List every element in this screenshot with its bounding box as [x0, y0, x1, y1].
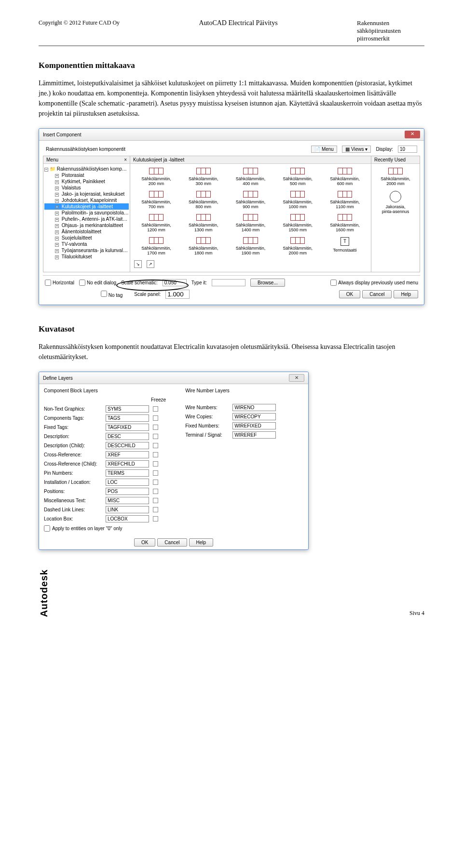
freeze-checkbox[interactable]: [153, 443, 158, 448]
cancel-button[interactable]: Cancel: [362, 290, 392, 298]
tree-item[interactable]: + Kulutuskojeet ja -laitteet: [44, 203, 129, 210]
component-item[interactable]: Sähkölämmitin,1300 mm: [181, 214, 226, 232]
component-item[interactable]: Sähkölämmitin,200 mm: [134, 168, 178, 186]
layer-input[interactable]: [106, 488, 149, 495]
freeze-checkbox[interactable]: [153, 425, 158, 430]
tree-item[interactable]: + Puhelin-, Antenni- ja ATK-laitteet: [44, 216, 129, 222]
component-item[interactable]: Sähkölämmitin,2000 mm: [275, 237, 320, 255]
tree-item[interactable]: + TV-valvonta: [44, 241, 129, 247]
layer-input[interactable]: [106, 460, 149, 467]
layer-input[interactable]: [106, 442, 149, 449]
layer-input[interactable]: [106, 424, 149, 431]
no-edit-dialog-checkbox[interactable]: No edit dialog: [79, 280, 116, 286]
help-button[interactable]: Help: [189, 538, 214, 547]
layer-input[interactable]: [106, 497, 149, 504]
layer-input[interactable]: [106, 479, 149, 486]
menu-button[interactable]: 📄Menu: [311, 146, 337, 153]
component-item[interactable]: Sähkölämmitin,300 mm: [181, 168, 226, 186]
component-item[interactable]: Sähkölämmitin,600 mm: [323, 168, 367, 186]
component-item[interactable]: Sähkölämmitin,1100 mm: [323, 191, 367, 209]
layer-input[interactable]: [232, 422, 276, 429]
page-header: Copyright © 2012 Future CAD Oy AutoCAD E…: [39, 19, 424, 46]
freeze-checkbox[interactable]: [153, 470, 158, 476]
freeze-checkbox[interactable]: [153, 406, 158, 412]
tree-item[interactable]: + Valaistus: [44, 185, 129, 191]
recent-item[interactable]: Jakorasia,pinta-asennus: [374, 191, 417, 214]
component-item[interactable]: TTermostaatti: [323, 237, 367, 255]
component-item[interactable]: Sähkölämmitin,1200 mm: [134, 214, 178, 232]
freeze-checkbox[interactable]: [153, 507, 158, 512]
define-layers-dialog: Define Layers ✕ Component Block Layers F…: [39, 372, 309, 550]
layer-input[interactable]: [232, 404, 276, 411]
layer-input[interactable]: [106, 414, 149, 422]
tree-item[interactable]: + Pistorasiat: [44, 172, 129, 178]
cancel-button[interactable]: Cancel: [157, 538, 187, 547]
wire-number-layers-head: Wire Number Layers: [185, 388, 276, 393]
layer-input[interactable]: [106, 515, 149, 522]
chevron-down-icon: ▾: [365, 147, 368, 152]
layer-input[interactable]: [232, 413, 276, 420]
tree-item[interactable]: + Äänentoistolaitteet: [44, 228, 129, 235]
layer-input[interactable]: [106, 405, 149, 413]
no-tag-checkbox[interactable]: No tag: [101, 291, 123, 298]
tree-item[interactable]: + Työajanseuranta- ja kulunvalvonta: [44, 247, 129, 254]
always-display-checkbox[interactable]: Always display previously used menu: [330, 280, 418, 286]
freeze-checkbox[interactable]: [153, 489, 158, 494]
close-icon[interactable]: ✕: [289, 374, 304, 382]
type-it-input[interactable]: [212, 279, 245, 286]
scale-panel-input[interactable]: [165, 290, 190, 299]
display-input[interactable]: [398, 146, 417, 153]
tree-item[interactable]: + Johdotukset, Kaapeloinnit: [44, 197, 129, 203]
close-icon[interactable]: ×: [124, 157, 127, 162]
dialog-title: Insert Component: [43, 132, 82, 137]
tree-item[interactable]: + Paloilmoitin- ja savunpoistolaitteet: [44, 210, 129, 216]
recent-item[interactable]: Sähkölämmitin,2000 mm: [374, 168, 417, 186]
layer-input[interactable]: [232, 431, 276, 439]
layer-row: Pin Numbers:: [44, 469, 166, 477]
layer-row: Location Box:: [44, 515, 166, 522]
freeze-checkbox[interactable]: [153, 434, 158, 439]
component-item[interactable]: Sähkölämmitin,900 mm: [229, 191, 273, 209]
component-item[interactable]: Sähkölämmitin,1400 mm: [229, 214, 273, 232]
freeze-checkbox[interactable]: [153, 415, 158, 421]
tree-item[interactable]: + Suojelulaitteet: [44, 235, 129, 241]
layer-input[interactable]: [106, 451, 149, 458]
ok-button[interactable]: OK: [339, 290, 360, 298]
freeze-label: Freeze: [44, 397, 166, 402]
component-item[interactable]: Sähkölämmitin,1800 mm: [181, 237, 226, 255]
freeze-checkbox[interactable]: [153, 480, 158, 485]
browse-button[interactable]: Browse...: [250, 279, 285, 287]
nav-icon[interactable]: ↗: [147, 260, 154, 268]
component-item[interactable]: Sähkölämmitin,1700 mm: [134, 237, 178, 255]
component-item[interactable]: Sähkölämmitin,800 mm: [181, 191, 226, 209]
component-item[interactable]: Sähkölämmitin,1500 mm: [275, 214, 320, 232]
ok-button[interactable]: OK: [134, 538, 155, 547]
horizontal-checkbox[interactable]: Horizontal: [45, 280, 74, 286]
component-item[interactable]: Sähkölämmitin,1900 mm: [229, 237, 273, 255]
tree-item[interactable]: + Kytkimet, Painikkeet: [44, 178, 129, 185]
component-item[interactable]: Sähkölämmitin,500 mm: [275, 168, 320, 186]
component-item[interactable]: Sähkölämmitin,1600 mm: [323, 214, 367, 232]
freeze-checkbox[interactable]: [153, 516, 158, 521]
layer-input[interactable]: [106, 506, 149, 513]
freeze-checkbox[interactable]: [153, 498, 158, 503]
scale-panel-label: Scale panel:: [134, 292, 161, 297]
component-item[interactable]: Sähkölämmitin,700 mm: [134, 191, 178, 209]
tree-item[interactable]: + Ohjaus- ja merkinantolaitteet: [44, 222, 129, 228]
freeze-checkbox[interactable]: [153, 452, 158, 457]
component-item[interactable]: Sähkölämmitin,1000 mm: [275, 191, 320, 209]
layer-input[interactable]: [106, 469, 149, 477]
doc-title: AutoCAD Electrical Päivitys: [199, 19, 277, 42]
tree-item[interactable]: + Tilaluokitukset: [44, 254, 129, 260]
type-it-label: Type it:: [191, 280, 207, 285]
close-icon[interactable]: ✕: [405, 131, 420, 138]
views-button[interactable]: ▦Views ▾: [342, 146, 371, 153]
layer-input[interactable]: [106, 433, 149, 440]
tree-item[interactable]: + Jako- ja kojerasiat, keskukset: [44, 191, 129, 197]
help-button[interactable]: Help: [394, 290, 418, 298]
tree-root[interactable]: −📁 Rakennussähköistyksen komponentit: [44, 166, 129, 172]
freeze-checkbox[interactable]: [153, 461, 158, 467]
nav-icon[interactable]: ↘: [134, 260, 142, 268]
component-item[interactable]: Sähkölämmitin,400 mm: [229, 168, 273, 186]
apply-layer0-checkbox[interactable]: Apply to entities on layer "0" only: [44, 525, 166, 532]
